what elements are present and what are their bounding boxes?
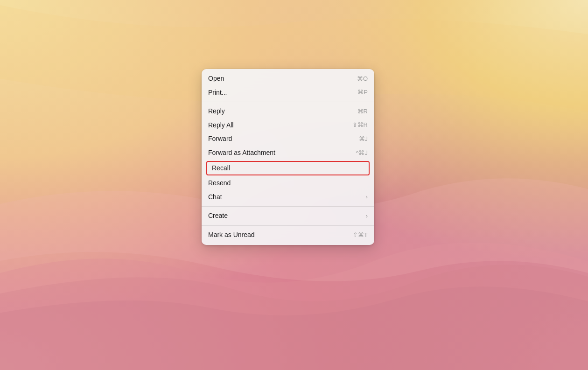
- menu-shortcut-forward: ⌘J: [359, 135, 368, 143]
- menu-item-reply[interactable]: Reply ⌘R: [202, 105, 374, 119]
- menu-item-create[interactable]: Create ›: [202, 209, 374, 223]
- menu-label-forward-attachment: Forward as Attachment: [208, 148, 275, 158]
- menu-label-resend: Resend: [208, 179, 231, 188]
- menu-item-mark-unread[interactable]: Mark as Unread ⇧⌘T: [202, 228, 374, 242]
- menu-item-open[interactable]: Open ⌘O: [202, 72, 374, 86]
- menu-shortcut-open: ⌘O: [357, 75, 368, 83]
- menu-shortcut-mark-unread: ⇧⌘T: [353, 231, 368, 239]
- chevron-right-icon-create: ›: [366, 212, 368, 220]
- menu-item-forward-attachment[interactable]: Forward as Attachment ^⌘J: [202, 146, 374, 160]
- menu-label-reply-all: Reply All: [208, 121, 233, 130]
- menu-item-chat[interactable]: Chat ›: [202, 190, 374, 204]
- menu-item-print[interactable]: Print... ⌘P: [202, 86, 374, 100]
- divider-1: [202, 102, 374, 102]
- menu-label-forward: Forward: [208, 134, 232, 144]
- menu-label-create: Create: [208, 211, 228, 221]
- menu-shortcut-reply: ⌘R: [357, 107, 368, 116]
- menu-label-mark-unread: Mark as Unread: [208, 230, 255, 240]
- menu-label-reply: Reply: [208, 107, 225, 116]
- chevron-right-icon: ›: [366, 193, 368, 201]
- menu-item-reply-all[interactable]: Reply All ⇧⌘R: [202, 119, 374, 133]
- menu-item-recall[interactable]: Recall: [206, 161, 370, 176]
- menu-label-recall: Recall: [212, 164, 230, 173]
- menu-item-forward[interactable]: Forward ⌘J: [202, 132, 374, 146]
- menu-shortcut-print: ⌘P: [357, 88, 368, 97]
- menu-label-open: Open: [208, 74, 224, 84]
- menu-item-resend[interactable]: Resend: [202, 176, 374, 190]
- context-menu: Open ⌘O Print... ⌘P Reply ⌘R Reply All ⇧…: [202, 69, 374, 245]
- menu-label-chat: Chat: [208, 193, 222, 202]
- menu-shortcut-forward-attachment: ^⌘J: [356, 149, 368, 157]
- divider-3: [202, 225, 374, 226]
- menu-label-print: Print...: [208, 88, 227, 98]
- divider-2: [202, 206, 374, 207]
- menu-shortcut-reply-all: ⇧⌘R: [352, 121, 368, 129]
